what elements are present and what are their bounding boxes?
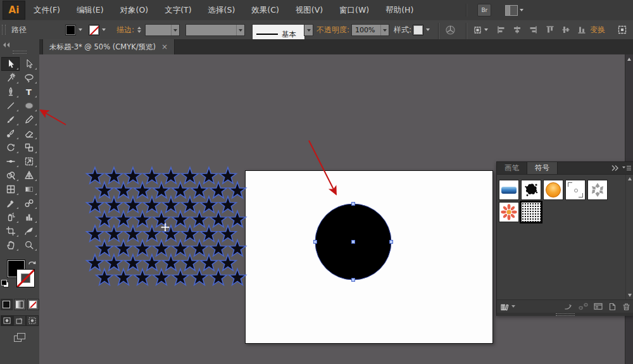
star[interactable] (220, 254, 237, 270)
star[interactable] (96, 269, 113, 285)
star[interactable] (220, 196, 237, 212)
symbol-sprayer-tool[interactable] (1, 210, 20, 224)
star[interactable] (172, 211, 189, 227)
star[interactable] (182, 225, 199, 241)
free-transform-tool[interactable] (20, 154, 38, 168)
star[interactable] (182, 196, 199, 212)
blend-tool[interactable] (20, 196, 38, 210)
transform-panel-link[interactable]: 变换 (590, 20, 605, 39)
edge-anchor[interactable] (352, 279, 355, 282)
break-link-to-symbol-icon[interactable] (579, 303, 588, 310)
star[interactable] (115, 240, 132, 256)
pencil-tool[interactable] (20, 113, 38, 127)
star[interactable] (96, 182, 113, 198)
stroke-color-swatch[interactable] (16, 269, 35, 287)
star[interactable] (163, 196, 180, 212)
tab-symbols[interactable]: 符号 (527, 162, 558, 174)
star[interactable] (191, 211, 208, 227)
star[interactable] (172, 182, 189, 198)
eraser-tool[interactable] (20, 127, 38, 141)
perspective-grid-tool[interactable] (20, 168, 38, 182)
graphic-style-picker[interactable] (413, 20, 432, 39)
stroke-weight-stepper[interactable] (137, 20, 141, 39)
blob-brush-tool[interactable] (1, 127, 20, 141)
star[interactable] (125, 196, 142, 212)
star[interactable] (210, 269, 227, 285)
symbol-thumb-movie-frame[interactable] (565, 180, 586, 200)
draw-normal-icon[interactable] (1, 315, 13, 326)
shape-builder-tool[interactable] (1, 168, 20, 182)
draw-inside-icon[interactable] (26, 315, 39, 326)
symbol-thumb-gray-flower[interactable] (587, 180, 608, 200)
star[interactable] (201, 168, 218, 184)
star[interactable] (115, 211, 132, 227)
opacity-combo[interactable]: 100% (351, 24, 389, 36)
star[interactable] (220, 168, 237, 184)
star[interactable] (163, 254, 180, 270)
toolbar-collapse-icon[interactable] (0, 39, 39, 49)
star[interactable] (125, 225, 142, 241)
star[interactable] (210, 211, 227, 227)
star[interactable] (144, 254, 161, 270)
eyedropper-tool[interactable] (1, 196, 20, 210)
star[interactable] (106, 168, 123, 184)
star[interactable] (125, 168, 142, 184)
panel-expand-icon[interactable] (611, 165, 618, 171)
star-pattern-group[interactable] (84, 121, 299, 304)
symbol-options-icon[interactable] (594, 303, 603, 310)
align-center-icon[interactable] (510, 20, 524, 39)
ellipse-tool[interactable] (20, 99, 38, 113)
swap-fill-stroke-icon[interactable] (28, 258, 37, 266)
gradient-mode-button[interactable] (14, 299, 26, 310)
pen-tool[interactable] (1, 85, 20, 99)
new-symbol-icon[interactable] (608, 303, 617, 311)
delete-symbol-icon[interactable] (622, 303, 630, 311)
star[interactable] (96, 211, 113, 227)
star[interactable] (87, 225, 104, 241)
symbol-thumb-orange-orb[interactable] (543, 180, 563, 200)
star[interactable] (229, 182, 246, 198)
zoom-tool[interactable] (20, 238, 38, 252)
symbol-thumb-ink-splat[interactable] (521, 180, 541, 200)
star[interactable] (96, 240, 113, 256)
symbol-thumb-red-daisy[interactable] (499, 202, 519, 222)
star[interactable] (201, 196, 218, 212)
star[interactable] (182, 254, 199, 270)
star[interactable] (220, 225, 237, 241)
symbol-thumb-blue-wave[interactable] (499, 180, 519, 200)
selection-tool[interactable] (1, 57, 20, 71)
isolate-selected-object-icon[interactable] (615, 20, 629, 39)
artboard-tool[interactable] (1, 224, 20, 238)
star[interactable] (229, 269, 246, 285)
star[interactable] (191, 240, 208, 256)
align-right-icon[interactable] (526, 20, 540, 39)
star[interactable] (201, 225, 218, 241)
menu-effect[interactable]: 效果(C) (243, 0, 287, 20)
star[interactable] (115, 182, 132, 198)
scale-tool[interactable] (20, 141, 38, 154)
fill-color-picker[interactable] (65, 20, 84, 39)
star[interactable] (153, 269, 170, 285)
edge-anchor[interactable] (314, 241, 317, 244)
tab-brushes[interactable]: 画笔 (497, 162, 527, 174)
opacity-panel-link[interactable]: 不透明度: (316, 20, 349, 39)
star[interactable] (134, 269, 151, 285)
toolbar-grip[interactable] (0, 49, 39, 53)
star[interactable] (87, 196, 104, 212)
align-options-dropdown-icon[interactable] (472, 20, 489, 39)
stroke-none-swatch[interactable] (89, 25, 99, 35)
stroke-style-arrow[interactable] (304, 24, 313, 36)
lasso-tool[interactable] (20, 71, 38, 85)
panel-menu-icon[interactable] (622, 165, 631, 172)
menu-view[interactable]: 视图(V) (287, 0, 331, 20)
none-mode-button[interactable] (27, 299, 39, 310)
star[interactable] (134, 211, 151, 227)
star[interactable] (144, 196, 161, 212)
menu-edit[interactable]: 编辑(E) (68, 0, 112, 20)
rotate-tool[interactable] (1, 141, 20, 154)
document-tab[interactable]: 未标题-3* @ 50% (CMYK/预览) × (42, 39, 175, 54)
star[interactable] (144, 168, 161, 184)
star[interactable] (229, 240, 246, 256)
align-bottom-icon[interactable] (575, 20, 589, 39)
panel-scrollbar[interactable] (625, 175, 633, 299)
